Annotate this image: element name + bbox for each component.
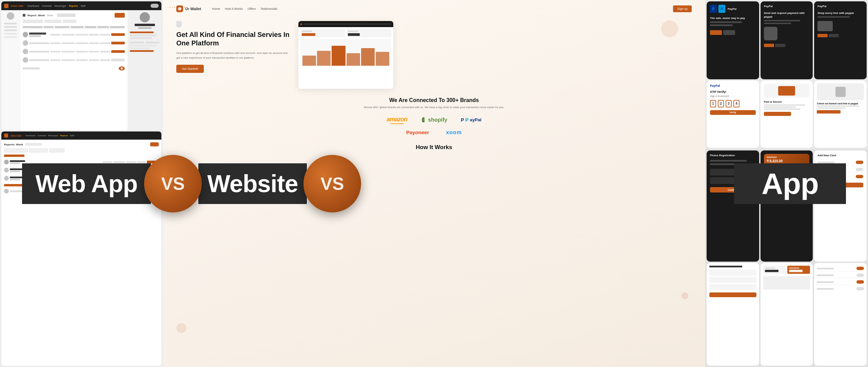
bar-6: [376, 52, 389, 66]
toggle-2[interactable]: [856, 168, 863, 171]
phone-settings: [814, 263, 867, 366]
op-3[interactable]: [789, 171, 796, 178]
nav2-dashboard: Dashboard: [25, 135, 35, 137]
row-overtime: [100, 34, 110, 36]
sidebar-item-3: [4, 29, 17, 31]
otp-1[interactable]: 1: [710, 100, 716, 107]
nav-testimonials[interactable]: Testimonials: [260, 7, 277, 11]
table-row-4: [23, 56, 125, 64]
nav-how[interactable]: How it Works: [225, 7, 243, 11]
pi-save-btn[interactable]: [709, 292, 756, 297]
t2-r4-c3: [126, 190, 136, 192]
nav-offers[interactable]: Offers: [248, 7, 256, 11]
row-role: [29, 35, 41, 37]
bar-4: [347, 53, 360, 66]
sidebar-item-2: [4, 26, 17, 28]
continue-btn[interactable]: Continue: [710, 187, 756, 192]
filter2-3[interactable]: [49, 148, 64, 152]
logo-inner: [178, 7, 181, 11]
left-dashboard-area: Joba Cafe Dashboard Schedule Messenger R…: [0, 0, 163, 367]
paypal-btn-1[interactable]: [710, 30, 722, 35]
row4-overtime: [100, 59, 110, 61]
send-btn[interactable]: [764, 44, 774, 47]
t2-r3-approve: [147, 177, 159, 180]
t2-r3-role: [10, 179, 20, 180]
th-planned: [55, 26, 70, 28]
balance-amount: ₹ 8,420.00: [767, 159, 807, 163]
row-avatar: [23, 32, 28, 37]
req-btn[interactable]: [775, 44, 785, 47]
started-area: [317, 134, 360, 148]
report2-title: Reports: Week: [4, 143, 23, 146]
paypal-btn-2[interactable]: [723, 30, 735, 35]
paypal-sub-bar: [710, 21, 742, 23]
nav-home[interactable]: Home: [212, 7, 220, 11]
add-card-btn[interactable]: Add card: [817, 183, 863, 187]
verify-btn[interactable]: Verify: [710, 110, 756, 115]
toggle-1[interactable]: [856, 161, 863, 164]
t2-r2-approve[interactable]: [147, 169, 159, 171]
filter2-1[interactable]: [4, 148, 28, 152]
deco-circle-3: [682, 292, 688, 299]
fast-btn[interactable]: [764, 112, 791, 116]
send-bar-1: [764, 20, 801, 21]
setting-toggle-4[interactable]: [856, 287, 864, 290]
stats-pair: [763, 266, 810, 274]
pi-field-3[interactable]: [709, 284, 756, 290]
reg-input2[interactable]: [710, 177, 756, 184]
row2-leave: [50, 42, 60, 44]
deco-circle-2: [176, 323, 186, 333]
app-name-text: Joba Cafe: [11, 4, 23, 7]
table-row-3: [23, 48, 125, 55]
row3-overtime: [100, 51, 110, 53]
how-it-works-section: How It Works: [163, 141, 705, 154]
report2-export[interactable]: [150, 142, 159, 146]
t2-r4-approve: [147, 190, 159, 192]
setting-toggle-2[interactable]: [856, 273, 864, 277]
toggle-3[interactable]: [856, 175, 863, 178]
website-navbar: Ur Wallet Home How it Works Offers Testi…: [163, 0, 705, 18]
t2-r1-c2: [113, 161, 125, 163]
pi-field-1[interactable]: [709, 270, 756, 276]
row4-leave: [50, 59, 60, 61]
row3-planned: [61, 51, 75, 53]
bookmark-icon: [176, 21, 182, 28]
right-phones-top: P P PayPal The safe, easier way to pay: [705, 0, 868, 149]
table-row-profile: [23, 31, 125, 38]
page-btn[interactable]: [119, 66, 125, 70]
toggle-row-2: [817, 167, 863, 172]
setting-row-4: [817, 286, 864, 291]
signup-button[interactable]: Sign up: [673, 5, 692, 12]
op-1[interactable]: [766, 171, 772, 178]
filter-1: [23, 20, 43, 23]
reg-bar1: [710, 160, 747, 162]
row-gross: [111, 33, 125, 36]
filter2-2[interactable]: [29, 148, 48, 152]
row2-overtime: [100, 42, 110, 44]
otp-3[interactable]: 3: [726, 100, 732, 107]
setting-toggle-3[interactable]: [856, 280, 864, 284]
otp-subtitle: Sign in to Account: [710, 95, 756, 97]
fastest-btn[interactable]: [817, 110, 840, 114]
reg-input1[interactable]: [710, 169, 756, 176]
op-4[interactable]: [801, 171, 808, 178]
otp-2[interactable]: 2: [718, 100, 724, 107]
th-leave: [44, 26, 54, 28]
t2-row-3: [4, 175, 159, 182]
shop-btn[interactable]: [817, 34, 828, 37]
fast-bar1: [764, 104, 805, 106]
nav-reports: Reports: [69, 5, 78, 7]
nav2-staff: Staff: [70, 135, 74, 137]
get-started-button[interactable]: Get Started!: [176, 65, 204, 73]
setting-toggle-1[interactable]: [856, 267, 864, 270]
pi-field-2[interactable]: [709, 277, 756, 283]
t2-r1-approve[interactable]: [147, 161, 159, 163]
paypal-safe-text: The safe, easier way to pay: [710, 16, 756, 20]
otp-4[interactable]: 4: [733, 100, 739, 107]
dashboard-mock-1: Joba Cafe Dashboard Schedule Messenger R…: [1, 1, 161, 130]
otp-boxes: 1 2 3 4: [710, 100, 756, 107]
learn-btn[interactable]: [829, 34, 839, 37]
t2-r4-c4: [137, 190, 146, 192]
export-btn[interactable]: [115, 13, 125, 18]
op-2[interactable]: [777, 171, 784, 178]
